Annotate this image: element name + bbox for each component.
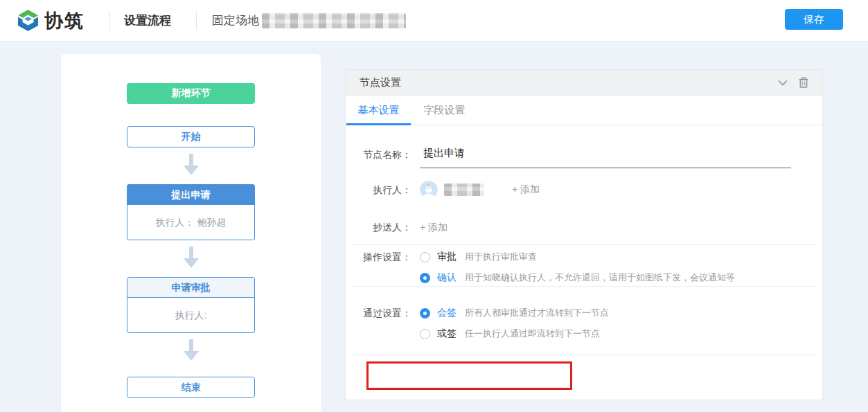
flow-node-title: 提出申请 — [127, 185, 254, 205]
flow-node-start[interactable]: 开始 — [127, 126, 255, 147]
cc-label: 抄送人： — [363, 217, 411, 238]
flow-node-executor: 执行人: — [127, 298, 254, 332]
panel-title: 节点设置 — [360, 76, 401, 89]
flow-arrow-icon — [184, 339, 199, 364]
radio-option-orsign[interactable]: 或签 任一执行人通过即流转到下一节点 — [420, 323, 609, 344]
flow-node-title: 申请审批 — [127, 278, 254, 298]
app-header: 协筑 设置流程 固定场地 保存 — [0, 0, 868, 42]
tab-basic-settings[interactable]: 基本设置 — [346, 96, 411, 125]
flow-title-prefix: 固定场地 — [212, 12, 259, 28]
settings-tabs: 基本设置 字段设置 — [346, 96, 822, 125]
radio-desc: 用于执行审批审查 — [465, 251, 537, 263]
radio-label: 会签 — [437, 307, 457, 319]
radio-desc: 任一执行人通过即流转到下一节点 — [465, 328, 600, 340]
delete-trash-icon[interactable] — [799, 77, 808, 88]
page-title: 设置流程 — [124, 12, 171, 28]
flow-panel: 新增环节 开始 提出申请 执行人： 鲍孙超 申请审批 执行人: 结束 — [61, 54, 321, 412]
flow-title: 固定场地 — [212, 12, 406, 28]
pass-label: 通过设置： — [363, 303, 411, 323]
brand-name: 协筑 — [44, 8, 85, 33]
flow-node-executor: 执行人： 鲍孙超 — [127, 205, 254, 240]
divider — [351, 355, 817, 355]
tab-field-settings[interactable]: 字段设置 — [411, 96, 477, 125]
header-divider — [109, 12, 110, 30]
save-button[interactable]: 保存 — [785, 9, 843, 30]
settings-panel-header: 节点设置 — [346, 70, 822, 96]
divider — [351, 244, 817, 245]
executor-avatar — [420, 181, 438, 199]
radio-option-countersign[interactable]: 会签 所有人都审批通过才流转到下一节点 — [420, 303, 609, 323]
radio-label: 或签 — [437, 328, 457, 340]
redacted-executor-name — [444, 183, 484, 196]
header-divider — [196, 12, 197, 30]
pass-options: 会签 所有人都审批通过才流转到下一节点 或签 任一执行人通过即流转到下一节点 — [420, 303, 609, 344]
radio-icon-selected[interactable] — [420, 273, 430, 283]
settings-panel: 节点设置 基本设置 字段设置 — [345, 69, 823, 400]
node-name-input[interactable] — [420, 141, 791, 168]
annotation-highlight-box — [366, 361, 572, 390]
radio-option-approve[interactable]: 审批 用于执行审批审查 — [420, 247, 735, 267]
radio-label: 审批 — [437, 251, 457, 263]
divider — [351, 286, 817, 287]
executor-add-button[interactable]: + 添加 — [512, 183, 540, 196]
settings-form: 节点名称： 执行人： + 添加 抄送人： + — [346, 125, 822, 400]
flow-node-end[interactable]: 结束 — [127, 377, 255, 398]
redacted-flow-title — [262, 13, 406, 28]
flow-node-apply[interactable]: 提出申请 执行人： 鲍孙超 — [127, 184, 255, 240]
executor-row: + 添加 — [420, 179, 540, 200]
page-body: 新增环节 开始 提出申请 执行人： 鲍孙超 申请审批 执行人: 结束 节点设置 — [0, 42, 868, 412]
radio-desc: 用于知晓确认执行人，不允许退回，适用于如图纸下发，会议通知等 — [465, 271, 735, 284]
cc-add-button[interactable]: + 添加 — [420, 217, 448, 238]
node-name-label: 节点名称： — [363, 141, 411, 168]
radio-icon[interactable] — [420, 329, 430, 339]
operation-options: 审批 用于执行审批审查 确认 用于知晓确认执行人，不允许退回，适用于如图纸下发，… — [420, 247, 735, 288]
executor-label: 执行人： — [363, 179, 411, 200]
operation-label: 操作设置： — [363, 247, 411, 267]
add-node-button[interactable]: 新增环节 — [127, 83, 255, 104]
brand: 协筑 — [17, 8, 85, 33]
radio-icon-selected[interactable] — [420, 308, 430, 319]
flow-arrow-icon — [184, 154, 199, 179]
radio-icon[interactable] — [420, 252, 430, 262]
flow-node-approve[interactable]: 申请审批 执行人: — [127, 277, 255, 333]
radio-desc: 所有人都审批通过才流转到下一节点 — [465, 307, 609, 319]
collapse-chevron-icon[interactable] — [778, 80, 788, 86]
flow-arrow-icon — [184, 247, 199, 271]
radio-label: 确认 — [437, 271, 457, 284]
radio-option-confirm[interactable]: 确认 用于知晓确认执行人，不允许退回，适用于如图纸下发，会议通知等 — [420, 267, 735, 288]
app-logo-icon — [17, 9, 39, 32]
